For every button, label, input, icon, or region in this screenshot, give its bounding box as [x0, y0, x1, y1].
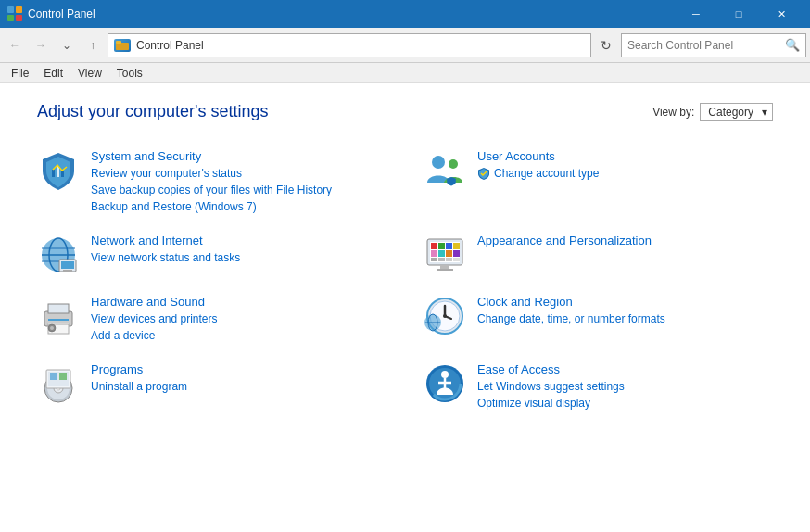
app-icon	[7, 6, 22, 21]
svg-rect-31	[446, 258, 452, 261]
svg-rect-3	[16, 15, 22, 21]
programs-icon	[37, 362, 80, 405]
system-security-info: System and Security Review your computer…	[91, 149, 386, 215]
recent-button[interactable]: ⌄	[56, 34, 78, 57]
minimize-button[interactable]: ─	[675, 0, 717, 28]
network-title[interactable]: Network and Internet	[91, 234, 386, 247]
svg-point-9	[432, 156, 445, 169]
hardware-info: Hardware and Sound View devices and prin…	[91, 295, 386, 344]
refresh-button[interactable]: ↻	[595, 34, 617, 57]
search-icon: 🔍	[785, 38, 800, 52]
category-system-security: System and Security Review your computer…	[37, 140, 386, 224]
titlebar: Control Panel ─ □ ✕	[0, 0, 810, 28]
menubar: File Edit View Tools	[0, 63, 810, 83]
viewby-label: View by:	[652, 106, 694, 119]
page-title: Adjust your computer's settings	[37, 102, 269, 121]
network-info: Network and Internet View network status…	[91, 234, 386, 266]
svg-rect-5	[116, 41, 121, 44]
category-network: Network and Internet View network status…	[37, 224, 386, 285]
svg-rect-29	[431, 258, 437, 261]
svg-rect-34	[437, 269, 453, 271]
svg-point-61	[441, 371, 449, 378]
user-accounts-title[interactable]: User Accounts	[477, 149, 773, 163]
hardware-add-link[interactable]: Add a device	[91, 327, 386, 344]
titlebar-left: Control Panel	[7, 6, 95, 21]
svg-rect-6	[52, 170, 55, 177]
categories-grid: System and Security Review your computer…	[37, 140, 773, 421]
system-security-title[interactable]: System and Security	[91, 149, 386, 163]
menu-view[interactable]: View	[70, 65, 109, 82]
hardware-icon	[37, 295, 80, 337]
appearance-info: Appearance and Personalization	[477, 234, 773, 249]
clock-icon	[424, 295, 466, 337]
svg-rect-18	[63, 270, 72, 272]
user-accounts-icon	[424, 149, 466, 192]
svg-rect-33	[440, 265, 449, 269]
back-button[interactable]: ←	[4, 34, 26, 57]
svg-rect-32	[453, 258, 460, 261]
category-ease-of-access: Ease of Access Let Windows suggest setti…	[424, 353, 773, 421]
user-accounts-info: User Accounts Change account type	[477, 149, 773, 182]
hardware-title[interactable]: Hardware and Sound	[91, 295, 386, 309]
up-button[interactable]: ↑	[82, 34, 104, 57]
maximize-button[interactable]: □	[717, 0, 760, 28]
content-header: Adjust your computer's settings View by:…	[37, 102, 773, 121]
svg-point-10	[449, 159, 458, 169]
appearance-title[interactable]: Appearance and Personalization	[477, 234, 773, 247]
address-field[interactable]: Control Panel	[108, 33, 591, 57]
clock-datetime-link[interactable]: Change date, time, or number formats	[477, 310, 773, 327]
menu-file[interactable]: File	[4, 65, 36, 82]
system-review-link[interactable]: Review your computer's status	[91, 165, 386, 182]
clock-info: Clock and Region Change date, time, or n…	[477, 295, 773, 327]
programs-uninstall-link[interactable]: Uninstall a program	[91, 378, 386, 395]
category-user-accounts: User Accounts Change account type	[424, 140, 773, 224]
ease-of-access-title[interactable]: Ease of Access	[477, 362, 773, 376]
hardware-devices-link[interactable]: View devices and printers	[91, 310, 386, 327]
forward-button[interactable]: →	[30, 34, 52, 57]
system-restore-link[interactable]: Backup and Restore (Windows 7)	[91, 198, 386, 215]
menu-tools[interactable]: Tools	[109, 65, 150, 82]
addressbar: ← → ⌄ ↑ Control Panel ↻ 🔍	[0, 28, 810, 63]
ease-suggest-link[interactable]: Let Windows suggest settings	[477, 378, 773, 395]
ease-visual-link[interactable]: Optimize visual display	[477, 395, 773, 412]
svg-rect-30	[438, 258, 445, 261]
svg-rect-4	[116, 43, 129, 50]
close-button[interactable]: ✕	[760, 0, 803, 28]
system-backup-link[interactable]: Save backup copies of your files with Fi…	[91, 182, 386, 198]
svg-point-46	[443, 314, 447, 318]
address-folder-icon	[114, 39, 131, 52]
menu-edit[interactable]: Edit	[36, 65, 70, 82]
viewby-container: View by: Category	[652, 103, 773, 121]
ease-of-access-icon	[424, 362, 466, 405]
main-content: Adjust your computer's settings View by:…	[0, 83, 810, 439]
appearance-icon	[424, 234, 466, 276]
svg-rect-38	[48, 304, 69, 313]
network-status-link[interactable]: View network status and tasks	[91, 249, 386, 266]
svg-rect-21	[431, 243, 437, 249]
network-icon	[37, 234, 80, 276]
svg-rect-57	[59, 373, 67, 380]
svg-point-41	[50, 326, 54, 330]
svg-rect-25	[431, 250, 437, 257]
viewby-dropdown[interactable]: Category	[700, 103, 773, 121]
category-appearance: Appearance and Personalization	[424, 224, 773, 285]
svg-rect-27	[446, 250, 452, 257]
svg-rect-23	[446, 243, 452, 249]
svg-rect-8	[61, 171, 64, 177]
svg-rect-28	[453, 250, 460, 257]
programs-title[interactable]: Programs	[91, 362, 386, 376]
programs-info: Programs Uninstall a program	[91, 362, 386, 395]
titlebar-controls: ─ □ ✕	[675, 0, 803, 28]
titlebar-title: Control Panel	[28, 7, 95, 20]
search-box[interactable]: 🔍	[621, 33, 806, 57]
category-hardware: Hardware and Sound View devices and prin…	[37, 285, 386, 353]
svg-rect-2	[7, 15, 14, 21]
svg-rect-36	[48, 319, 69, 321]
system-security-icon	[37, 149, 80, 192]
shield-small-icon	[477, 167, 490, 180]
search-input[interactable]	[627, 39, 785, 52]
svg-rect-22	[438, 243, 445, 249]
clock-title[interactable]: Clock and Region	[477, 295, 773, 309]
change-account-link[interactable]: Change account type	[494, 165, 599, 182]
ease-of-access-info: Ease of Access Let Windows suggest setti…	[477, 362, 773, 412]
